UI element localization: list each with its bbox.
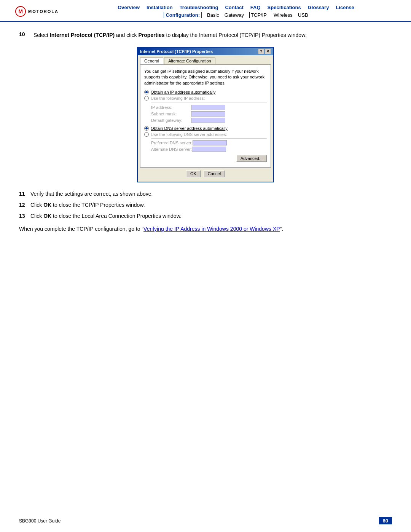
footer-guide-text: SBG900 User Guide [19, 518, 61, 524]
step10-text-before: Select [33, 32, 50, 38]
step-13-number: 13 [19, 212, 27, 220]
field-gateway-label: Default gateway: [151, 118, 191, 123]
radio-use-dns-row: Use the following DNS server addresses: [144, 132, 267, 137]
tab-general[interactable]: General [140, 58, 163, 64]
tab-alternate-config[interactable]: Alternate Configuration [164, 58, 215, 64]
field-gateway-input[interactable] [191, 118, 225, 123]
step12-before: Click [30, 202, 43, 208]
field-alternate-dns-label: Alternate DNS server: [151, 147, 192, 152]
field-gateway-row: Default gateway: [144, 118, 267, 123]
field-ip-label: IP address: [151, 105, 191, 110]
step-13-text: Click OK to close the Local Area Connect… [30, 212, 182, 220]
field-alternate-dns-input[interactable] [192, 147, 226, 152]
nav-row1: Overview Installation Troubleshooting Co… [118, 5, 354, 10]
step-10: 10 Select Internet Protocol (TCP/IP) and… [19, 31, 392, 39]
field-subnet-row: Subnet mask: [144, 111, 267, 117]
dialog-footer: OK Cancel [140, 168, 271, 179]
motorola-logo: M MOTOROLA [15, 6, 59, 17]
step-12-number: 12 [19, 201, 27, 209]
help-button[interactable]: ? [258, 49, 264, 54]
radio-obtain-dns-label: Obtain DNS server address automatically [151, 126, 228, 131]
step13-bold: OK [43, 213, 51, 219]
field-preferred-dns-input[interactable] [193, 140, 227, 145]
step13-after: to close the Local Area Connection Prope… [51, 213, 182, 219]
field-ip-input[interactable] [191, 105, 225, 110]
radio-use-dns[interactable] [144, 132, 149, 137]
nav-gateway[interactable]: Gateway [225, 12, 244, 18]
dialog-title: Internet Protocol (TCP/IP) Properties [140, 49, 213, 54]
close-button[interactable]: ✕ [265, 49, 271, 54]
radio-obtain-ip[interactable] [144, 90, 149, 94]
cancel-button[interactable]: Cancel [204, 170, 225, 177]
completion-after: ”. [280, 226, 284, 232]
field-alternate-dns-row: Alternate DNS server: [144, 147, 267, 152]
field-ip-row: IP address: [144, 105, 267, 110]
dns-divider [151, 138, 267, 139]
step-10-text: Select Internet Protocol (TCP/IP) and cl… [33, 31, 307, 39]
step10-bold2: Properties [138, 32, 164, 38]
field-subnet-label: Subnet mask: [151, 112, 191, 116]
radio-obtain-dns-row: Obtain DNS server address automatically [144, 126, 267, 131]
footer-page-number: 60 [379, 517, 392, 524]
nav-tcpip[interactable]: TCP/IP [249, 12, 268, 18]
page-footer: SBG900 User Guide 60 [19, 517, 392, 524]
advanced-button[interactable]: Advanced... [236, 155, 267, 162]
dialog-body: General Alternate Configuration You can … [138, 55, 273, 182]
nav-contact[interactable]: Contact [225, 5, 243, 10]
completion-link[interactable]: Verifying the IP Address in Windows 2000… [143, 226, 280, 232]
radio-use-ip-label: Use the following IP address: [151, 96, 205, 101]
nav-configuration-label: Configuration: [164, 12, 202, 18]
step13-before: Click [30, 213, 43, 219]
logo-text: MOTOROLA [28, 9, 59, 14]
logo-icon: M [15, 6, 26, 17]
nav-license[interactable]: License [336, 5, 354, 10]
ok-button[interactable]: OK [186, 170, 201, 177]
field-preferred-dns-row: Preferred DNS server: [144, 140, 267, 145]
step-10-number: 10 [19, 31, 27, 39]
nav-row2: Configuration: Basic Gateway TCP/IP Wire… [164, 12, 308, 18]
dialog-description: You can get IP settings assigned automat… [144, 69, 267, 86]
nav-overview[interactable]: Overview [118, 5, 140, 10]
radio-obtain-ip-label: Obtain an IP address automatically [151, 90, 215, 94]
titlebar-controls: ? ✕ [258, 49, 271, 54]
step-11: 11 Verify that the settings are correct,… [19, 190, 392, 198]
step-11-text: Verify that the settings are correct, as… [30, 190, 153, 198]
nav-faq[interactable]: FAQ [250, 5, 261, 10]
nav-usb[interactable]: USB [298, 12, 308, 18]
step-12-text: Click OK to close the TCP/IP Properties … [30, 201, 145, 209]
step-11-number: 11 [19, 190, 27, 198]
completion-before: When you complete the TCP/IP configurati… [19, 226, 143, 232]
nav-installation[interactable]: Installation [147, 5, 173, 10]
nav-glossary[interactable]: Glossary [308, 5, 329, 10]
dialog-content: You can get IP settings assigned automat… [140, 64, 271, 168]
step12-after: to close the TCP/IP Properties window. [51, 202, 145, 208]
nav-basic[interactable]: Basic [207, 12, 219, 18]
step-12: 12 Click OK to close the TCP/IP Properti… [19, 201, 392, 209]
dialog-wrapper: Internet Protocol (TCP/IP) Properties ? … [19, 47, 392, 182]
advanced-row: Advanced... [144, 155, 267, 162]
nav-wireless[interactable]: Wireless [274, 12, 293, 18]
completion-text: When you complete the TCP/IP configurati… [19, 225, 392, 233]
field-subnet-input[interactable] [191, 111, 225, 117]
nav-specifications[interactable]: Specifications [268, 5, 301, 10]
dialog-tabs: General Alternate Configuration [140, 58, 271, 64]
radio-use-ip-row: Use the following IP address: [144, 96, 267, 101]
field-preferred-dns-label: Preferred DNS server: [151, 141, 193, 145]
tcpip-dialog: Internet Protocol (TCP/IP) Properties ? … [137, 47, 274, 182]
step10-text-after: to display the Internet Protocol (TCP/IP… [165, 32, 307, 38]
dialog-titlebar: Internet Protocol (TCP/IP) Properties ? … [138, 48, 273, 55]
ip-divider [151, 102, 267, 102]
nav-links: Overview Installation Troubleshooting Co… [76, 5, 396, 18]
step10-bold1: Internet Protocol (TCP/IP) [50, 32, 115, 38]
radio-obtain-dns[interactable] [144, 126, 149, 131]
radio-use-dns-label: Use the following DNS server addresses: [151, 132, 227, 137]
step10-text-mid: and click [115, 32, 138, 38]
step-13: 13 Click OK to close the Local Area Conn… [19, 212, 392, 220]
radio-obtain-ip-row: Obtain an IP address automatically [144, 90, 267, 94]
radio-use-ip[interactable] [144, 96, 149, 101]
page-header: M MOTOROLA Overview Installation Trouble… [0, 0, 411, 22]
logo-area: M MOTOROLA [15, 6, 76, 17]
step12-bold: OK [43, 202, 51, 208]
main-content: 10 Select Internet Protocol (TCP/IP) and… [0, 22, 411, 249]
nav-troubleshooting[interactable]: Troubleshooting [180, 5, 218, 10]
